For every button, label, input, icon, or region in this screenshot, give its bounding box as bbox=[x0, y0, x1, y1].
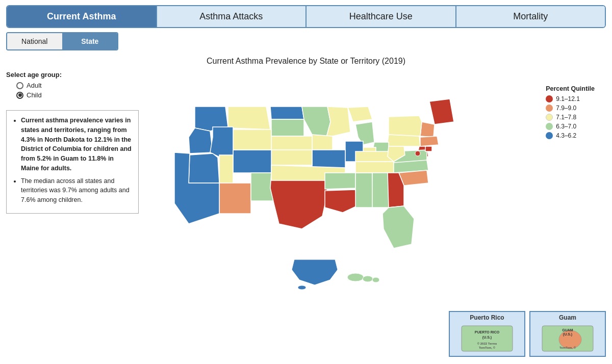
left-panel: Select age group: Adult Child Current as… bbox=[6, 71, 139, 357]
subtab-bar: National State bbox=[6, 32, 118, 50]
state-dc bbox=[415, 151, 420, 156]
state-ks bbox=[271, 150, 312, 165]
state-tn bbox=[355, 162, 395, 173]
guam-map: GUAM (U.S.) TomTom, © bbox=[540, 323, 596, 354]
radio-adult-label: Adult bbox=[27, 82, 42, 89]
territory-row: Puerto Rico PUERTO RICO (U.S.) © 2022 Te… bbox=[144, 311, 606, 357]
puerto-rico-map: PUERTO RICO (U.S.) © 2022 Terms TomTom, … bbox=[459, 323, 515, 354]
legend-label-3: 7.1–7.8 bbox=[556, 114, 576, 121]
svg-text:TomTom, ©: TomTom, © bbox=[479, 346, 496, 349]
svg-text:GUAM: GUAM bbox=[562, 328, 573, 332]
tab-bar: Current Asthma Asthma Attacks Healthcare… bbox=[6, 5, 606, 28]
main-row: Select age group: Adult Child Current as… bbox=[6, 71, 606, 357]
territory-puerto-rico: Puerto Rico PUERTO RICO (U.S.) © 2022 Te… bbox=[449, 311, 525, 357]
legend-dot-1 bbox=[546, 95, 553, 102]
info-box: Current asthma prevalence varies in stat… bbox=[6, 110, 139, 214]
state-mn bbox=[302, 107, 330, 137]
state-ma bbox=[420, 136, 439, 146]
state-pa bbox=[388, 135, 420, 146]
hawaii-inset bbox=[347, 273, 379, 282]
state-nv bbox=[189, 153, 219, 183]
state-ut bbox=[219, 155, 233, 183]
state-mt bbox=[228, 107, 270, 129]
state-ne bbox=[271, 136, 312, 150]
territory-guam: Guam GUAM (U.S.) TomTom, © bbox=[529, 311, 606, 357]
state-wy bbox=[233, 129, 271, 150]
legend-dot-4 bbox=[546, 123, 553, 130]
state-me bbox=[429, 99, 454, 124]
state-id bbox=[210, 127, 233, 158]
state-ms bbox=[355, 173, 373, 207]
radio-child-row[interactable]: Child bbox=[16, 91, 139, 99]
subtab-national[interactable]: National bbox=[7, 33, 63, 49]
guam-label: Guam bbox=[559, 314, 576, 321]
tab-current-asthma[interactable]: Current Asthma bbox=[7, 6, 157, 27]
legend-item-3: 7.1–7.8 bbox=[546, 114, 595, 121]
legend-dot-5 bbox=[546, 132, 553, 139]
tab-mortality[interactable]: Mortality bbox=[456, 6, 605, 27]
state-or bbox=[189, 128, 213, 153]
tab-healthcare-use[interactable]: Healthcare Use bbox=[307, 6, 456, 27]
radio-adult-row[interactable]: Adult bbox=[16, 82, 139, 89]
state-az bbox=[219, 183, 251, 214]
legend-item-5: 4.3–6.2 bbox=[546, 132, 595, 139]
state-mi-u bbox=[348, 107, 372, 122]
legend-item-2: 7.9–9.0 bbox=[546, 105, 595, 112]
legend-label-5: 4.3–6.2 bbox=[556, 132, 576, 139]
page-content: Current Asthma Prevalence by State or Te… bbox=[0, 54, 612, 364]
state-co bbox=[233, 150, 271, 173]
tab-asthma-attacks[interactable]: Asthma Attacks bbox=[157, 6, 307, 27]
svg-text:(U.S.): (U.S.) bbox=[563, 332, 572, 336]
radio-adult[interactable] bbox=[16, 82, 23, 89]
legend-item-1: 9.1–12.1 bbox=[546, 95, 595, 102]
radio-child-label: Child bbox=[27, 91, 42, 99]
info-bullet-1: Current asthma prevalence varies in stat… bbox=[21, 116, 132, 173]
us-map-svg bbox=[144, 71, 542, 305]
map-area: Percent Quintile 9.1–12.1 7.9–9.0 7.1–7.… bbox=[144, 71, 606, 357]
svg-text:PUERTO RICO: PUERTO RICO bbox=[475, 330, 500, 334]
map-svg-container bbox=[144, 71, 606, 307]
info-list: Current asthma prevalence varies in stat… bbox=[13, 116, 132, 205]
alaska-inset bbox=[292, 259, 338, 290]
subtab-state[interactable]: State bbox=[63, 33, 118, 49]
legend: Percent Quintile 9.1–12.1 7.9–9.0 7.1–7.… bbox=[540, 81, 601, 145]
map-title: Current Asthma Prevalence by State or Te… bbox=[6, 57, 606, 66]
info-bullet-2: The median across all states and territo… bbox=[21, 176, 132, 205]
age-group-box: Adult Child bbox=[16, 82, 139, 99]
state-nd bbox=[270, 107, 304, 119]
legend-label-2: 7.9–9.0 bbox=[556, 105, 576, 112]
legend-dot-2 bbox=[546, 105, 553, 112]
state-tx bbox=[270, 173, 327, 229]
legend-label-1: 9.1–12.1 bbox=[556, 95, 580, 102]
state-la bbox=[325, 190, 357, 213]
age-select-label: Select age group: bbox=[6, 71, 139, 79]
puerto-rico-label: Puerto Rico bbox=[470, 314, 504, 321]
svg-point-1 bbox=[298, 285, 306, 290]
state-sd bbox=[271, 119, 304, 136]
state-al bbox=[372, 173, 389, 207]
svg-marker-0 bbox=[292, 259, 338, 285]
state-ia bbox=[312, 135, 333, 150]
state-ct-ri bbox=[425, 146, 432, 151]
state-fl bbox=[382, 206, 414, 248]
legend-item-4: 6.3–7.0 bbox=[546, 123, 595, 130]
state-ar bbox=[325, 173, 355, 189]
legend-label-4: 6.3–7.0 bbox=[556, 123, 576, 130]
radio-child[interactable] bbox=[16, 92, 23, 99]
svg-point-4 bbox=[372, 277, 379, 282]
svg-text:© 2022 Terms: © 2022 Terms bbox=[477, 342, 497, 345]
svg-point-3 bbox=[363, 276, 373, 282]
svg-text:TomTom, ©: TomTom, © bbox=[559, 346, 576, 349]
legend-title: Percent Quintile bbox=[546, 85, 595, 92]
svg-text:(U.S.): (U.S.) bbox=[482, 335, 492, 340]
svg-point-2 bbox=[347, 273, 364, 281]
legend-dot-3 bbox=[546, 114, 553, 121]
state-vt-nh bbox=[420, 122, 435, 137]
